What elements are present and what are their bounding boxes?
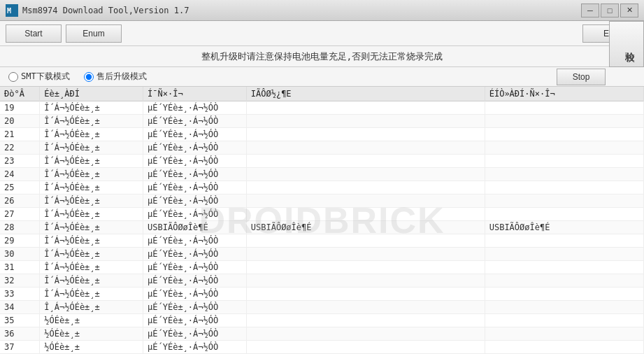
table-cell: µÉ´YÉè±¸·Á¬½ÓÒ bbox=[143, 194, 247, 208]
table-cell bbox=[246, 181, 485, 194]
stop-button[interactable]: Stop bbox=[557, 69, 606, 85]
smt-mode-label: SMT下载模式 bbox=[21, 71, 70, 83]
start-button[interactable]: Start bbox=[6, 24, 62, 43]
table-cell: µÉ´YÉè±¸·Á¬½ÓÒ bbox=[143, 314, 247, 327]
maximize-button[interactable]: □ bbox=[601, 3, 619, 17]
table-body: 19Î´Á¬½ÓÉè±¸±µÉ´YÉè±¸·Á¬½ÓÒ20Î´Á¬½ÓÉè±¸±… bbox=[0, 101, 644, 354]
toolbar: Start Enum Exit bbox=[0, 21, 644, 46]
table-row: 32Î´Á¬½ÓÉè±¸±µÉ´YÉè±¸·Á¬½ÓÒ bbox=[0, 274, 644, 288]
title-bar: M Msm8974 Download Tool,Version 1.7 ─ □ … bbox=[0, 0, 644, 21]
table-row: 19Î´Á¬½ÓÉè±¸±µÉ´YÉè±¸·Á¬½ÓÒ bbox=[0, 101, 644, 115]
table-cell bbox=[485, 115, 643, 128]
table-cell: µÉ´YÉè±¸·Á¬½ÓÒ bbox=[143, 181, 247, 194]
close-button[interactable]: ✕ bbox=[620, 3, 638, 17]
table-cell: µÉ´YÉè±¸·Á¬½ÓÒ bbox=[143, 101, 247, 115]
table-cell: 29 bbox=[0, 234, 40, 248]
table-row: 28Î´Á¬½ÓÉè±¸±USBIÃÔØøÎè¶ÉUSBIÃÔØøÎè¶ÉUSB… bbox=[0, 221, 644, 234]
table-row: 31Î´Á¬½ÓÉè±¸±µÉ´YÉè±¸·Á¬½ÓÒ bbox=[0, 261, 644, 274]
table-cell bbox=[246, 128, 485, 141]
header-row: Ðò°Â Éè±¸ÀÐÍ Í¯Ñ×·Î¬ IÃÔØ½¿¶E ÉÍÒ»ÀÐÍ·Ñ×… bbox=[0, 87, 644, 101]
table-cell: µÉ´YÉè±¸·Á¬½ÓÒ bbox=[143, 301, 247, 314]
table-cell: µÉ´YÉè±¸·Á¬½ÓÒ bbox=[143, 288, 247, 301]
table-cell: µÉ´YÉè±¸·Á¬½ÓÒ bbox=[143, 234, 247, 248]
table-cell: µÉ´YÉè±¸·Á¬½ÓÒ bbox=[143, 141, 247, 155]
table-cell: 32 bbox=[0, 274, 40, 288]
table-row: 37½ÓÉè±¸±µÉ´YÉè±¸·Á¬½ÓÒ bbox=[0, 341, 644, 354]
window-title: Msm8974 Download Tool,Version 1.7 bbox=[22, 6, 189, 15]
table-row: 22Î´Á¬½ÓÉè±¸±µÉ´YÉè±¸·Á¬½ÓÒ bbox=[0, 141, 644, 155]
verify-button[interactable]: 校验 bbox=[609, 21, 644, 67]
table-cell bbox=[485, 168, 643, 181]
table-cell: µÉ´YÉè±¸·Á¬½ÓÒ bbox=[143, 115, 247, 128]
table-cell: Î´Á¬½ÓÉè±¸± bbox=[40, 194, 143, 208]
table-cell: USBIÃÔØøÎè¶É bbox=[246, 221, 485, 234]
table-cell: 26 bbox=[0, 194, 40, 208]
table-cell: 33 bbox=[0, 288, 40, 301]
table-cell: Î´Á¬½ÓÉè±¸± bbox=[40, 141, 143, 155]
table-cell: 23 bbox=[0, 155, 40, 168]
table-cell: µÉ´YÉè±¸·Á¬½ÓÒ bbox=[143, 274, 247, 288]
svg-text:M: M bbox=[7, 7, 11, 15]
table-cell bbox=[485, 327, 643, 341]
table-cell: 25 bbox=[0, 181, 40, 194]
table-cell bbox=[246, 101, 485, 115]
table-cell: Î´Á¬½ÓÉè±¸± bbox=[40, 248, 143, 261]
table-cell: Î´Á¬½ÓÉè±¸± bbox=[40, 155, 143, 168]
table-cell: Î´Á¬½ÓÉè±¸± bbox=[40, 221, 143, 234]
table-row: 24Î´Á¬½ÓÉè±¸±µÉ´YÉè±¸·Á¬½ÓÒ bbox=[0, 168, 644, 181]
table-cell bbox=[485, 101, 643, 115]
table-row: 30Î´Á¬½ÓÉè±¸±µÉ´YÉè±¸·Á¬½ÓÒ bbox=[0, 248, 644, 261]
smt-mode-radio[interactable] bbox=[8, 72, 18, 82]
table-cell: µÉ´YÉè±¸·Á¬½ÓÒ bbox=[143, 327, 247, 341]
table-cell bbox=[246, 115, 485, 128]
table-cell: 22 bbox=[0, 141, 40, 155]
col-header-1: Éè±¸ÀÐÍ bbox=[40, 87, 143, 101]
table-cell: Î´Á¬½ÓÉè±¸± bbox=[40, 181, 143, 194]
table-cell bbox=[485, 234, 643, 248]
table-cell: µÉ´YÉè±¸·Á¬½ÓÒ bbox=[143, 341, 247, 354]
table-cell: µÉ´YÉè±¸·Á¬½ÓÒ bbox=[143, 208, 247, 221]
table-cell bbox=[485, 261, 643, 274]
table-cell bbox=[485, 128, 643, 141]
smt-mode-group: SMT下载模式 bbox=[8, 71, 70, 83]
notice-text: 整机升级时请注意保持电池电量充足,否则无法正常烧录完成 bbox=[201, 50, 443, 63]
table-cell: ½ÓÉè±¸± bbox=[40, 314, 143, 327]
mode-bar: SMT下载模式 售后升级模式 Stop bbox=[0, 67, 644, 87]
title-bar-left: M Msm8974 Download Tool,Version 1.7 bbox=[6, 4, 189, 17]
table-cell bbox=[246, 274, 485, 288]
table-cell: 31 bbox=[0, 261, 40, 274]
table-cell: USBIÃÔØøÎè¶É bbox=[143, 221, 247, 234]
table-cell: Î´Á¬½ÓÉè±¸± bbox=[40, 234, 143, 248]
table-cell bbox=[246, 234, 485, 248]
table-row: 26Î´Á¬½ÓÉè±¸±µÉ´YÉè±¸·Á¬½ÓÒ bbox=[0, 194, 644, 208]
table-cell bbox=[485, 194, 643, 208]
table-cell bbox=[485, 141, 643, 155]
data-table: Ðò°Â Éè±¸ÀÐÍ Í¯Ñ×·Î¬ IÃÔØ½¿¶E ÉÍÒ»ÀÐÍ·Ñ×… bbox=[0, 87, 644, 354]
table-cell: ½ÓÉè±¸± bbox=[40, 327, 143, 341]
table-cell: Î´Á¬½ÓÉè±¸± bbox=[40, 274, 143, 288]
table-cell: Î´Á¬½ÓÉè±¸± bbox=[40, 208, 143, 221]
table-cell bbox=[485, 301, 643, 314]
minimize-button[interactable]: ─ bbox=[581, 3, 599, 17]
table-cell: Î¸Á¬½ÓÉè±¸± bbox=[40, 301, 143, 314]
table-cell: 34 bbox=[0, 301, 40, 314]
table-cell bbox=[485, 288, 643, 301]
notice-bar: 整机升级时请注意保持电池电量充足,否则无法正常烧录完成 bbox=[0, 46, 644, 67]
aftersale-mode-label: 售后升级模式 bbox=[96, 71, 147, 83]
table-cell bbox=[246, 327, 485, 341]
table-cell bbox=[246, 301, 485, 314]
col-header-4: ÉÍÒ»ÀÐÍ·Ñ×·Î¬ bbox=[485, 87, 643, 101]
table-cell bbox=[246, 155, 485, 168]
table-cell: Î´Á¬½ÓÉè±¸± bbox=[40, 101, 143, 115]
table-cell bbox=[485, 155, 643, 168]
table-row: 23Î´Á¬½ÓÉè±¸±µÉ´YÉè±¸·Á¬½ÓÒ bbox=[0, 155, 644, 168]
aftersale-mode-radio[interactable] bbox=[84, 72, 94, 82]
table-cell: 35 bbox=[0, 314, 40, 327]
table-cell bbox=[246, 314, 485, 327]
enum-button[interactable]: Enum bbox=[66, 24, 122, 43]
table-row: 21Î´Á¬½ÓÉè±¸±µÉ´YÉè±¸·Á¬½ÓÒ bbox=[0, 128, 644, 141]
table-row: 36½ÓÉè±¸±µÉ´YÉè±¸·Á¬½ÓÒ bbox=[0, 327, 644, 341]
table-cell bbox=[246, 288, 485, 301]
table-row: 27Î´Á¬½ÓÉè±¸±µÉ´YÉè±¸·Á¬½ÓÒ bbox=[0, 208, 644, 221]
table-row: 35½ÓÉè±¸±µÉ´YÉè±¸·Á¬½ÓÒ bbox=[0, 314, 644, 327]
